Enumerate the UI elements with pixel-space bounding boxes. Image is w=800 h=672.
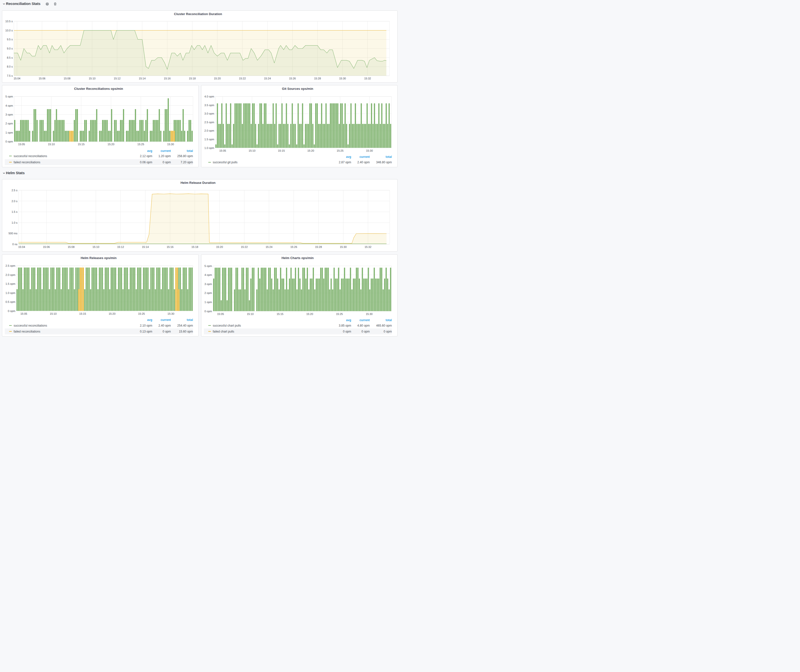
svg-text:4 opm: 4 opm: [5, 104, 13, 107]
svg-text:0 opm: 0 opm: [8, 310, 15, 312]
svg-text:15:14: 15:14: [139, 77, 146, 80]
svg-text:15:20: 15:20: [109, 312, 115, 315]
svg-text:15:14: 15:14: [142, 245, 149, 248]
svg-text:0 ns: 0 ns: [12, 243, 18, 246]
svg-text:1 opm: 1 opm: [204, 301, 212, 304]
svg-text:15:05: 15:05: [217, 312, 224, 315]
svg-text:Cluster Reconciliation Duratio: Cluster Reconciliation Duration: [174, 12, 222, 16]
svg-text:2.0 s: 2.0 s: [12, 200, 18, 203]
svg-text:15:28: 15:28: [315, 245, 322, 248]
svg-text:0 opm: 0 opm: [5, 140, 13, 143]
svg-text:7.5 s: 7.5 s: [7, 74, 13, 77]
svg-text:avg: avg: [346, 155, 351, 158]
svg-text:successful reconciliations: successful reconciliations: [14, 154, 47, 158]
svg-text:failed reconciliations: failed reconciliations: [14, 161, 40, 164]
svg-text:2.12 opm: 2.12 opm: [140, 154, 152, 158]
svg-text:successful git pulls: successful git pulls: [213, 161, 237, 164]
svg-text:2.5 opm: 2.5 opm: [5, 264, 15, 267]
svg-text:15:25: 15:25: [137, 143, 144, 146]
svg-text:15:25: 15:25: [138, 312, 145, 315]
svg-text:4.80 opm: 4.80 opm: [357, 324, 370, 327]
svg-text:2.40 opm: 2.40 opm: [357, 161, 370, 164]
svg-text:15:32: 15:32: [365, 245, 371, 248]
svg-text:avg: avg: [147, 318, 152, 322]
svg-text:1.0 opm: 1.0 opm: [5, 291, 15, 294]
svg-text:current: current: [160, 149, 171, 153]
svg-text:15:04: 15:04: [14, 77, 21, 80]
svg-text:0 opm: 0 opm: [343, 330, 351, 333]
svg-text:0.06 opm: 0.06 opm: [140, 161, 152, 164]
svg-text:465.60 opm: 465.60 opm: [376, 324, 392, 327]
svg-text:current: current: [360, 155, 370, 158]
svg-text:15:22: 15:22: [241, 245, 248, 248]
svg-text:3.85 opm: 3.85 opm: [339, 324, 351, 327]
svg-text:0 opm: 0 opm: [384, 330, 392, 333]
svg-text:15:05: 15:05: [219, 149, 226, 152]
svg-text:15:28: 15:28: [314, 77, 321, 80]
svg-text:3 opm: 3 opm: [204, 283, 212, 286]
svg-text:15:08: 15:08: [64, 77, 70, 80]
svg-text:0.13 opm: 0.13 opm: [140, 330, 152, 333]
svg-text:254.40 opm: 254.40 opm: [178, 324, 193, 327]
svg-text:4.0 opm: 4.0 opm: [204, 95, 214, 98]
svg-text:1.0 s: 1.0 s: [12, 221, 18, 224]
svg-text:15:15: 15:15: [78, 143, 85, 146]
svg-text:15:04: 15:04: [18, 245, 25, 248]
svg-text:total: total: [187, 149, 193, 153]
svg-text:3.0 opm: 3.0 opm: [204, 112, 214, 115]
svg-text:10.0 s: 10.0 s: [5, 29, 13, 32]
svg-text:15:10: 15:10: [93, 245, 99, 248]
svg-text:2 opm: 2 opm: [204, 291, 212, 294]
svg-text:15:26: 15:26: [289, 77, 296, 80]
svg-text:1.20 opm: 1.20 opm: [158, 154, 171, 158]
svg-text:current: current: [160, 318, 171, 322]
svg-text:Helm Charts ops/min: Helm Charts ops/min: [282, 256, 314, 260]
svg-text:15:26: 15:26: [290, 245, 298, 248]
svg-text:0 opm: 0 opm: [163, 330, 171, 333]
svg-text:15:18: 15:18: [189, 77, 196, 80]
svg-text:15:15: 15:15: [278, 149, 285, 152]
svg-text:15:18: 15:18: [192, 245, 198, 248]
svg-text:2.0 opm: 2.0 opm: [5, 274, 15, 276]
svg-text:0.5 opm: 0.5 opm: [5, 300, 15, 303]
svg-text:1.0 opm: 1.0 opm: [204, 146, 214, 149]
svg-text:avg: avg: [147, 149, 152, 153]
svg-text:failed reconciliations: failed reconciliations: [14, 330, 40, 333]
svg-text:Git Sources ops/min: Git Sources ops/min: [282, 87, 313, 91]
svg-text:total: total: [386, 155, 392, 158]
svg-text:3 opm: 3 opm: [5, 113, 13, 116]
svg-text:7.20 opm: 7.20 opm: [181, 161, 193, 164]
svg-text:Helm Releases ops/min: Helm Releases ops/min: [81, 256, 117, 260]
svg-text:0 opm: 0 opm: [362, 330, 370, 333]
svg-text:15:10: 15:10: [50, 312, 57, 315]
svg-text:15:30: 15:30: [167, 143, 174, 146]
svg-text:15:30: 15:30: [366, 312, 373, 315]
svg-text:total: total: [386, 318, 392, 322]
svg-text:8.5 s: 8.5 s: [7, 56, 13, 59]
svg-text:successful reconciliations: successful reconciliations: [14, 324, 47, 327]
svg-text:15:16: 15:16: [167, 245, 174, 248]
svg-text:8.0 s: 8.0 s: [7, 65, 13, 68]
svg-text:1.5 opm: 1.5 opm: [204, 138, 214, 141]
svg-text:15:20: 15:20: [307, 149, 314, 152]
svg-text:15:20: 15:20: [216, 245, 223, 248]
svg-text:4 opm: 4 opm: [204, 274, 212, 276]
svg-text:2.5 opm: 2.5 opm: [204, 121, 214, 124]
svg-text:15:12: 15:12: [114, 77, 121, 80]
svg-text:15:05: 15:05: [18, 143, 25, 146]
svg-text:15:20: 15:20: [306, 312, 313, 315]
svg-text:Cluster Reconciliations ops/mi: Cluster Reconciliations ops/min: [74, 87, 123, 91]
svg-text:15:05: 15:05: [20, 312, 27, 315]
svg-text:2.40 opm: 2.40 opm: [158, 324, 171, 327]
svg-text:15:20: 15:20: [214, 77, 221, 80]
svg-text:2.10 opm: 2.10 opm: [140, 324, 152, 327]
svg-text:current: current: [360, 318, 370, 322]
svg-text:15:30: 15:30: [168, 312, 174, 315]
svg-text:1 opm: 1 opm: [5, 131, 13, 134]
svg-text:500 ms: 500 ms: [8, 232, 18, 235]
svg-text:15:25: 15:25: [337, 149, 344, 152]
svg-text:15:25: 15:25: [336, 312, 343, 315]
svg-text:15:30: 15:30: [366, 149, 373, 152]
svg-text:15:30: 15:30: [340, 245, 347, 248]
svg-text:5 opm: 5 opm: [5, 95, 13, 98]
